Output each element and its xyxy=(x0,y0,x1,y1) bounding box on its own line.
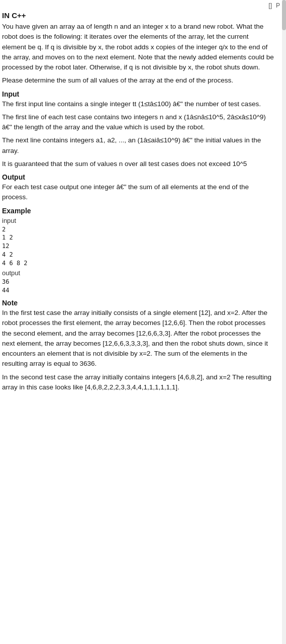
top-icons: [] P xyxy=(268,2,280,9)
bracket-icon[interactable]: [] xyxy=(268,2,272,9)
example-section: Example input 2 1 2 12 4 2 4 6 8 2 outpu… xyxy=(2,207,274,295)
input-line1: The first input line contains a single i… xyxy=(2,99,274,109)
scrollbar-thumb[interactable] xyxy=(282,0,286,30)
output-label: Output xyxy=(2,173,274,181)
input-line4: It is guaranteed that the sum of values … xyxy=(2,159,274,169)
note-label: Note xyxy=(2,299,274,307)
note-line1: In the first test case the array initial… xyxy=(2,308,274,369)
example-input-code: 2 1 2 12 4 2 4 6 8 2 xyxy=(2,225,274,268)
example-output-code: 36 44 xyxy=(2,278,274,295)
input-label: Input xyxy=(2,90,274,98)
page-title: IN C++ xyxy=(2,11,274,20)
input-line2: The first line of each test case contain… xyxy=(2,112,274,133)
example-output-label: output xyxy=(2,269,274,277)
output-text: For each test case output one integer â€… xyxy=(2,182,274,203)
main-content: IN C++ You have given an array aa of len… xyxy=(2,4,282,392)
input-line3: The next line contains integers a1, a2, … xyxy=(2,135,274,156)
note-line2: In the second test case the array initia… xyxy=(2,372,274,393)
problem-sum-text: Please determine the sum of all values o… xyxy=(2,75,274,86)
p-icon[interactable]: P xyxy=(276,2,280,9)
problem-description: You have given an array aa of length n a… xyxy=(2,22,274,72)
scrollbar[interactable] xyxy=(282,0,286,644)
example-input-label: input xyxy=(2,217,274,224)
example-title: Example xyxy=(2,207,274,215)
